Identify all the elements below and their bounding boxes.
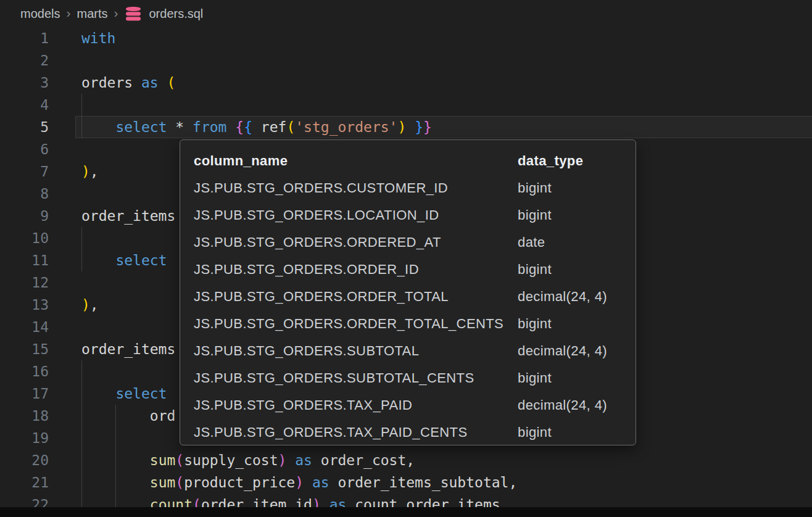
code-line-2[interactable]: 2 [0,49,812,72]
popup-header-column-name: column_name [194,153,518,169]
column-name-cell: JS.PUB.STG_ORDERS.CUSTOMER_ID [194,180,518,196]
line-number[interactable]: 5 [0,116,75,138]
data-type-cell: bigint [518,262,636,278]
data-type-cell: bigint [518,370,636,386]
code-tokens: select [81,252,167,268]
line-number[interactable]: 10 [0,227,75,249]
column-info-popup: column_name data_type JS.PUB.STG_ORDERS.… [180,139,636,445]
code-line-4[interactable]: 4 [0,94,812,116]
panel-divider [0,507,812,517]
code-line-5[interactable]: 5 select * from {{ ref('stg_orders') }} [0,116,812,138]
indent-guide [115,427,116,449]
breadcrumb: models › marts › orders.sql [0,0,812,27]
line-content[interactable] [75,49,812,72]
line-number[interactable]: 16 [0,360,75,383]
column-name-cell: JS.PUB.STG_ORDERS.SUBTOTAL [194,343,518,359]
column-name-cell: JS.PUB.STG_ORDERS.ORDER_TOTAL [194,289,518,305]
line-number[interactable]: 12 [0,271,75,294]
indent-guide [81,94,82,116]
column-info-row: JS.PUB.STG_ORDERS.LOCATION_IDbigint [180,202,636,229]
column-name-cell: JS.PUB.STG_ORDERS.TAX_PAID_CENTS [194,424,518,440]
column-info-row: JS.PUB.STG_ORDERS.SUBTOTALdecimal(24, 4) [180,337,636,365]
code-tokens: order_items [81,208,175,224]
line-number[interactable]: 1 [0,27,75,49]
breadcrumb-item-models[interactable]: models [20,7,60,21]
column-info-row: JS.PUB.STG_ORDERS.ORDERED_ATdate [180,229,636,256]
data-type-cell: date [518,234,636,250]
code-tokens: with [81,30,115,46]
line-content[interactable]: with [75,27,812,49]
line-number[interactable]: 3 [0,72,75,94]
code-tokens: ord [81,408,175,424]
line-number[interactable]: 14 [0,316,75,338]
line-number[interactable]: 21 [0,471,75,494]
column-name-cell: JS.PUB.STG_ORDERS.ORDER_TOTAL_CENTS [194,316,518,332]
chevron-right-icon: › [66,6,70,20]
data-type-cell: bigint [518,180,636,196]
code-tokens: ), [81,163,99,180]
column-info-row: JS.PUB.STG_ORDERS.ORDER_IDbigint [180,256,636,283]
code-line-1[interactable]: 1with [0,27,812,49]
column-info-row: JS.PUB.STG_ORDERS.ORDER_TOTALdecimal(24,… [180,283,636,310]
line-number[interactable]: 13 [0,294,75,316]
line-number[interactable]: 9 [0,205,75,227]
code-tokens: sum(product_price) as order_items_subtot… [81,474,517,490]
line-content[interactable]: select * from {{ ref('stg_orders') }} [75,116,812,138]
data-type-cell: bigint [518,207,636,223]
indent-guide [81,227,82,249]
line-number[interactable]: 18 [0,405,75,427]
column-info-row: JS.PUB.STG_ORDERS.SUBTOTAL_CENTSbigint [180,365,636,392]
breadcrumb-item-marts[interactable]: marts [77,7,107,21]
column-info-row: JS.PUB.STG_ORDERS.CUSTOMER_IDbigint [180,175,636,202]
column-name-cell: JS.PUB.STG_ORDERS.ORDER_ID [194,262,518,278]
line-number[interactable]: 2 [0,49,75,72]
data-type-cell: decimal(24, 4) [518,397,636,413]
line-number[interactable]: 20 [0,449,75,471]
code-tokens: ), [81,297,99,313]
code-line-3[interactable]: 3orders as ( [0,72,812,94]
popup-header-data-type: data_type [518,153,636,169]
column-info-row: JS.PUB.STG_ORDERS.ORDER_TOTAL_CENTSbigin… [180,310,636,337]
line-content[interactable]: orders as ( [75,72,812,94]
line-content[interactable]: sum(product_price) as order_items_subtot… [75,471,812,494]
line-number[interactable]: 7 [0,160,75,183]
popup-header-row: column_name data_type [180,147,636,175]
data-type-cell: decimal(24, 4) [518,289,636,305]
column-name-cell: JS.PUB.STG_ORDERS.TAX_PAID [194,397,518,413]
line-content[interactable] [75,94,812,116]
line-number[interactable]: 4 [0,94,75,116]
database-icon [124,7,143,21]
column-info-row: JS.PUB.STG_ORDERS.TAX_PAIDdecimal(24, 4) [180,392,636,419]
indent-guide [81,427,82,449]
code-tokens: select * from {{ ref('stg_orders') }} [81,119,432,135]
data-type-cell: decimal(24, 4) [518,343,636,359]
code-tokens: sum(supply_cost) as order_cost, [81,452,415,468]
indent-guide [81,360,82,383]
code-line-20[interactable]: 20 sum(supply_cost) as order_cost, [0,449,812,471]
column-info-row: JS.PUB.STG_ORDERS.TAX_PAID_CENTSbigint [180,419,636,445]
line-number[interactable]: 15 [0,338,75,360]
data-type-cell: bigint [518,424,636,440]
popup-rows: JS.PUB.STG_ORDERS.CUSTOMER_IDbigintJS.PU… [180,175,636,445]
code-tokens: orders as ( [81,75,175,91]
data-type-cell: bigint [518,316,636,332]
code-line-21[interactable]: 21 sum(product_price) as order_items_sub… [0,471,812,494]
line-number[interactable]: 17 [0,383,75,405]
breadcrumb-item-file[interactable]: orders.sql [149,7,203,21]
line-number[interactable]: 6 [0,138,75,160]
line-number[interactable]: 8 [0,183,75,205]
line-content[interactable]: sum(supply_cost) as order_cost, [75,449,812,471]
code-tokens: select [81,386,167,402]
chevron-right-icon: › [114,6,118,20]
code-tokens: order_items [81,341,175,357]
column-name-cell: JS.PUB.STG_ORDERS.ORDERED_AT [194,234,518,250]
column-name-cell: JS.PUB.STG_ORDERS.LOCATION_ID [194,207,518,223]
column-name-cell: JS.PUB.STG_ORDERS.SUBTOTAL_CENTS [194,370,518,386]
line-number[interactable]: 19 [0,427,75,449]
line-number[interactable]: 11 [0,249,75,271]
